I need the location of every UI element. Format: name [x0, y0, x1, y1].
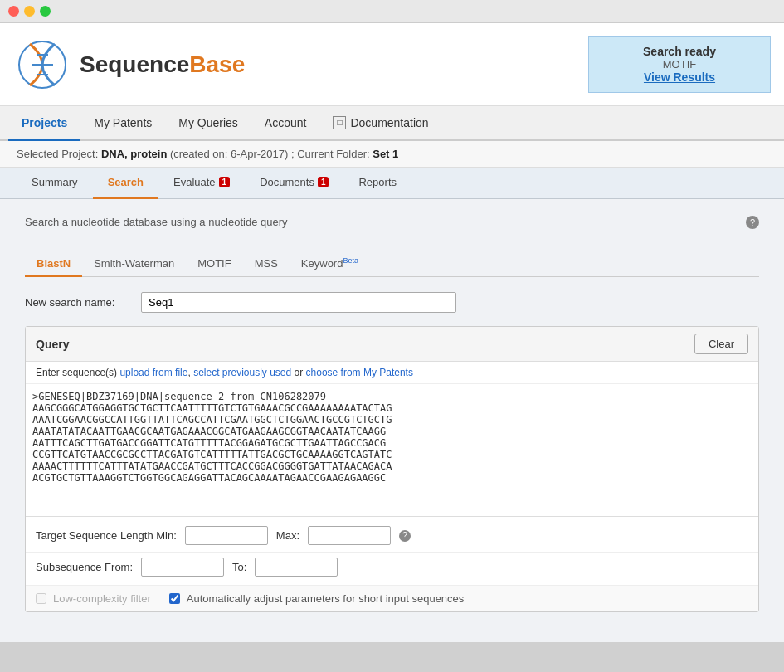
sub-tab-motif[interactable]: MOTIF: [186, 252, 242, 277]
upload-link[interactable]: upload from file: [119, 367, 187, 378]
clear-button[interactable]: Clear: [694, 334, 748, 354]
doc-icon: □: [333, 116, 346, 129]
view-results-link[interactable]: View Results: [602, 71, 757, 84]
sub-tab-keyword-label: Keyword: [301, 257, 343, 270]
low-complexity-checkbox[interactable]: [36, 593, 46, 604]
nav-bar: Projects My Patents My Queries Account □…: [0, 106, 784, 141]
sub-tab-mss[interactable]: MSS: [243, 252, 290, 277]
query-textarea[interactable]: >GENESEQ|BDZ37169|DNA|sequence 2 from CN…: [26, 384, 758, 517]
target-help-icon[interactable]: ?: [399, 530, 411, 542]
search-name-input[interactable]: [141, 292, 456, 313]
enter-sequences-text: Enter sequence(s): [36, 367, 117, 378]
auto-adjust-label: Automatically adjust parameters for shor…: [187, 592, 465, 605]
query-header: Query Clear: [26, 327, 758, 362]
tab-summary-label: Summary: [32, 176, 78, 188]
nav-item-documentation[interactable]: □ Documentation: [319, 106, 441, 141]
logo-base: Base: [189, 51, 245, 77]
project-bar: Selected Project: DNA, protein (created …: [0, 141, 784, 168]
subseq-from-label: Subsequence From:: [36, 561, 133, 573]
nav-item-projects[interactable]: Projects: [8, 106, 80, 141]
search-status-subtitle: MOTIF: [602, 58, 757, 71]
nav-item-my-patents[interactable]: My Patents: [80, 106, 165, 141]
nav-item-account[interactable]: Account: [251, 106, 320, 141]
tab-reports[interactable]: Reports: [343, 168, 411, 199]
target-max-label: Max:: [276, 529, 299, 542]
search-status-title: Search ready: [602, 45, 757, 58]
target-sequence-row: Target Sequence Length Min: Max: ?: [26, 519, 758, 553]
project-folder: Set 1: [373, 148, 398, 160]
project-prefix: Selected Project:: [17, 148, 98, 160]
tab-evaluate-label: Evaluate: [173, 176, 216, 188]
checkbox-row: Low-complexity filter Automatically adju…: [26, 585, 758, 611]
maximize-button[interactable]: [40, 6, 51, 17]
query-links: Enter sequence(s) upload from file, sele…: [26, 362, 758, 384]
keyword-beta-superscript: Beta: [343, 256, 358, 265]
tab-documents[interactable]: Documents 1: [245, 168, 343, 199]
window-chrome: [0, 0, 784, 23]
subsequence-row: Subsequence From: To:: [26, 553, 758, 585]
sub-tabs: BlastN Smith-Waterman MOTIF MSS KeywordB…: [25, 251, 759, 277]
auto-adjust-checkbox[interactable]: [169, 593, 180, 604]
logo-sequence: Sequence: [80, 51, 189, 77]
minimize-button[interactable]: [24, 6, 35, 17]
query-section: Query Clear Enter sequence(s) upload fro…: [25, 326, 759, 612]
select-link[interactable]: select previously used: [193, 367, 291, 378]
subseq-to-input[interactable]: [255, 558, 338, 577]
search-description: Search a nucleotide database using a nuc…: [25, 216, 288, 228]
nav-item-my-queries[interactable]: My Queries: [165, 106, 251, 141]
my-patents-link[interactable]: choose from My Patents: [306, 367, 413, 378]
close-button[interactable]: [8, 6, 19, 17]
sub-tab-blastn[interactable]: BlastN: [25, 252, 82, 277]
target-min-label: Target Sequence Length Min:: [36, 529, 177, 542]
subseq-from-input[interactable]: [141, 558, 224, 577]
evaluate-badge: 1: [219, 177, 231, 187]
tab-documents-label: Documents: [260, 176, 314, 188]
subseq-to-label: To:: [232, 561, 246, 573]
search-name-row: New search name:: [25, 292, 759, 313]
main-content: Search a nucleotide database using a nuc…: [0, 199, 784, 642]
low-complexity-label: Low-complexity filter: [53, 592, 151, 605]
header: SequenceBase Search ready MOTIF View Res…: [0, 23, 784, 106]
nav-documentation-label: Documentation: [350, 116, 428, 129]
search-status-panel: Search ready MOTIF View Results: [588, 36, 771, 93]
query-title: Query: [36, 338, 69, 351]
tabs-bar: Summary Search Evaluate 1 Documents 1 Re…: [0, 168, 784, 199]
tab-evaluate[interactable]: Evaluate 1: [158, 168, 245, 199]
target-max-input[interactable]: [308, 526, 391, 545]
documents-badge: 1: [318, 177, 329, 187]
description-help-icon[interactable]: ?: [746, 216, 759, 229]
tab-summary[interactable]: Summary: [17, 168, 93, 199]
project-middle: (created on: 6-Apr-2017) ; Current Folde…: [170, 148, 370, 160]
tab-search[interactable]: Search: [93, 168, 158, 199]
logo-icon: [13, 36, 71, 94]
logo-text: SequenceBase: [80, 51, 245, 78]
sub-tab-smith-waterman[interactable]: Smith-Waterman: [82, 252, 186, 277]
sub-tab-keyword[interactable]: KeywordBeta: [290, 251, 370, 277]
project-name: DNA, protein: [101, 148, 167, 160]
logo-area: SequenceBase: [13, 36, 245, 94]
tab-search-label: Search: [108, 176, 144, 188]
tab-reports-label: Reports: [358, 176, 397, 188]
target-min-input[interactable]: [185, 526, 268, 545]
search-name-label: New search name:: [25, 296, 133, 309]
